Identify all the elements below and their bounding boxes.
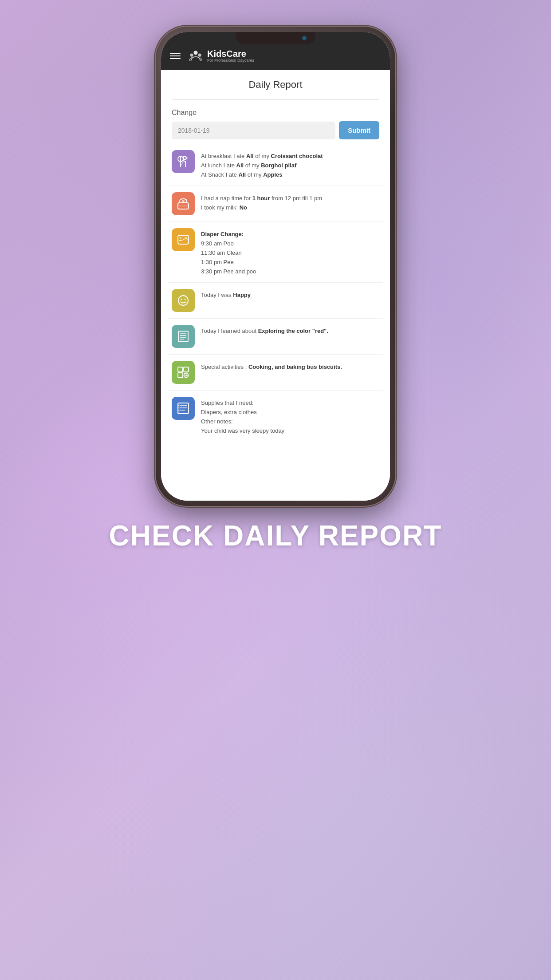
sleep-icon [172, 192, 195, 215]
title-divider [172, 99, 379, 100]
app-content: KidsCare For Professional Daycares Daily… [161, 32, 390, 501]
diaper-icon [172, 228, 195, 251]
svg-point-0 [194, 51, 198, 55]
svg-point-1 [190, 54, 193, 57]
submit-button[interactable]: Submit [339, 121, 379, 139]
svg-point-9 [180, 237, 181, 239]
report-item-food: At breakfast I ate All of my Croissant c… [168, 144, 383, 186]
logo-area: KidsCare For Professional Daycares [188, 48, 254, 64]
svg-point-13 [185, 299, 186, 300]
page-title: Daily Report [172, 79, 379, 91]
sleep-text: I had a nap time for 1 hour from 12 pm t… [201, 192, 379, 213]
change-label: Change [172, 109, 379, 117]
date-input[interactable] [172, 122, 335, 139]
svg-rect-19 [178, 367, 183, 372]
learn-text: Today I learned about Exploring the colo… [201, 325, 379, 336]
supplies-text: Supplies that I need: Diapers, extra clo… [201, 397, 379, 435]
report-items-list: At breakfast I ate All of my Croissant c… [161, 144, 390, 442]
svg-point-31 [178, 407, 179, 408]
report-item-sleep: I had a nap time for 1 hour from 12 pm t… [168, 186, 383, 222]
app-body[interactable]: Daily Report Change Submit [161, 70, 390, 501]
hamburger-menu-button[interactable] [170, 53, 181, 59]
svg-point-12 [181, 299, 182, 300]
phone-device: KidsCare For Professional Daycares Daily… [156, 27, 395, 506]
report-item-learn: Today I learned about Exploring the colo… [168, 319, 383, 355]
svg-point-2 [198, 54, 201, 57]
tagline-text: CHECK DAILY REPORT [109, 520, 442, 552]
food-text: At breakfast I ate All of my Croissant c… [201, 150, 379, 179]
activities-icon [172, 361, 195, 384]
report-item-diaper: Diaper Change: 9:30 am Poo 11:30 am Clea… [168, 222, 383, 283]
change-section: Change Submit [161, 104, 390, 144]
svg-point-30 [178, 405, 179, 406]
learn-icon [172, 325, 195, 348]
logo-icon [188, 48, 204, 64]
report-item-supplies: Supplies that I need: Diapers, extra clo… [168, 391, 383, 442]
phone-notch [236, 32, 315, 44]
svg-point-32 [178, 410, 179, 411]
diaper-text: Diaper Change: 9:30 am Poo 11:30 am Clea… [201, 228, 379, 276]
mood-icon [172, 289, 195, 312]
svg-rect-14 [178, 331, 188, 342]
svg-rect-21 [178, 373, 183, 378]
app-name: KidsCare [207, 49, 254, 58]
svg-point-11 [178, 296, 188, 305]
bottom-tagline: CHECK DAILY REPORT [109, 519, 442, 552]
activities-text: Special activities : Cooking, and baking… [201, 361, 379, 372]
svg-point-7 [182, 200, 185, 202]
svg-point-10 [185, 237, 187, 239]
svg-rect-20 [184, 367, 189, 372]
food-icon [172, 150, 195, 173]
camera-dot [302, 36, 307, 40]
report-item-mood: Today I was Happy [168, 283, 383, 319]
mood-text: Today I was Happy [201, 289, 379, 300]
report-item-activities: Special activities : Cooking, and baking… [168, 355, 383, 391]
app-subtitle: For Professional Daycares [207, 58, 254, 63]
supplies-icon [172, 397, 195, 420]
